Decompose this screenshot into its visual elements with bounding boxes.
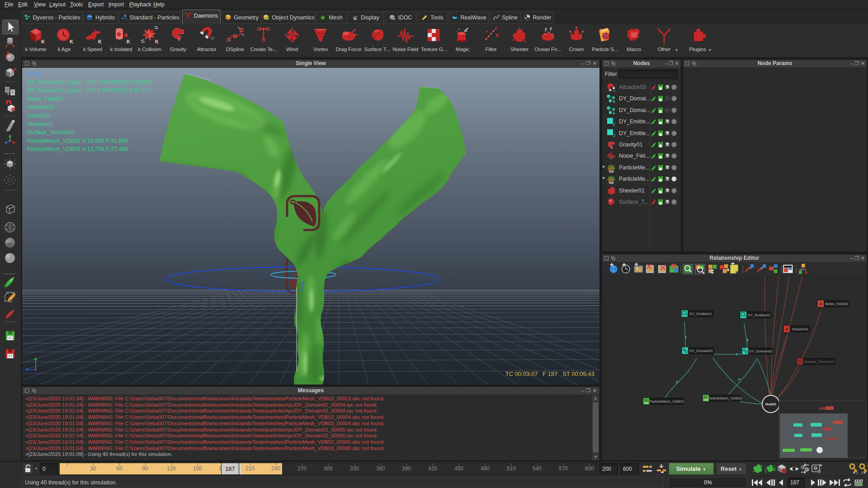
svg-text:Noise_Field02: Noise_Field02 bbox=[27, 96, 63, 102]
svg-text:DY_Emitter02: DY_Emitter02 bbox=[748, 313, 770, 317]
svg-text:DY_Domain01: DY_Domain01 bbox=[689, 349, 713, 353]
svg-text:DY_Domain02 (Liquid - SPH) PAR: DY_Domain02 (Liquid - SPH) PARTICLES:67,… bbox=[27, 87, 151, 94]
svg-text:B: B bbox=[686, 314, 688, 316]
svg-text:K: K bbox=[127, 39, 130, 44]
svg-text:VDB: VDB bbox=[609, 170, 614, 173]
svg-text:Gravity01: Gravity01 bbox=[27, 113, 51, 119]
svg-text:ParticleMesh_VDB02 V:15,950 F:: ParticleMesh_VDB02 V:15,950 F:31,896 bbox=[27, 138, 128, 144]
svg-text:ParticleMesh_VDB03: ParticleMesh_VDB03 bbox=[649, 399, 684, 404]
svg-text:persp: persp bbox=[27, 70, 41, 77]
svg-text:VDB: VDB bbox=[644, 402, 649, 404]
svg-text:B: B bbox=[745, 315, 747, 318]
svg-text:K: K bbox=[155, 39, 159, 44]
svg-text:ParticleMesh_VDB02: ParticleMesh_VDB02 bbox=[708, 396, 742, 400]
svg-text:ParticleMesh_VDB03 V:13,736 F:: ParticleMesh_VDB03 V:13,736 F:27,468 bbox=[27, 146, 128, 152]
svg-text:K: K bbox=[98, 39, 102, 44]
svg-text:K: K bbox=[41, 39, 45, 44]
svg-text:Noise_Field02: Noise_Field02 bbox=[825, 302, 849, 306]
svg-text:DY_Domain02: DY_Domain02 bbox=[749, 349, 773, 353]
svg-text:DY_Domain01 (Liquid - SPH) PAR: DY_Domain01 (Liquid - SPH) PARTICLES:59,… bbox=[27, 79, 151, 85]
svg-text:Sheeter01: Sheeter01 bbox=[792, 327, 809, 331]
svg-text:Attractor03: Attractor03 bbox=[27, 104, 55, 110]
svg-text:K: K bbox=[70, 39, 73, 44]
svg-text:Surface_Tension01: Surface_Tension01 bbox=[27, 129, 75, 136]
svg-text:Sheeter01: Sheeter01 bbox=[27, 121, 53, 127]
svg-text:Surface_Tension01: Surface_Tension01 bbox=[804, 360, 835, 364]
svg-text:TC 00:03:07 F 187 ST 00:05: TC 00:03:07 F 187 ST 00:05:43 bbox=[505, 371, 594, 377]
svg-text:Hub01: Hub01 bbox=[765, 402, 777, 406]
svg-text:VDB: VDB bbox=[609, 182, 614, 184]
svg-text:DY_Emitter01: DY_Emitter01 bbox=[689, 312, 712, 316]
